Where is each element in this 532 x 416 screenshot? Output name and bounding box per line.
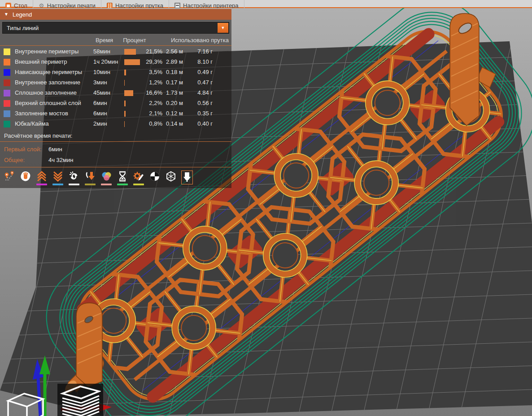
legend-column-headers: Время Процент Использовано прутка: [0, 36, 231, 45]
center-of-gravity-icon[interactable]: [149, 171, 161, 185]
tab-plater[interactable]: Стол: [0, 0, 33, 8]
percent-bar: [124, 80, 125, 86]
feature-percent: 29,3%: [138, 58, 162, 65]
percent-bar: [124, 49, 136, 55]
feature-time: 3мин: [93, 79, 107, 86]
preview-options-toolbar: [0, 167, 231, 188]
tool-changes-icon[interactable]: [84, 171, 96, 185]
deretractions-icon[interactable]: [52, 171, 64, 185]
feature-label: Верхний сплошной слой: [15, 100, 81, 106]
feature-weight: 4.84 г: [190, 89, 213, 96]
feature-weight: 8.10 г: [190, 58, 213, 65]
percent-bar: [124, 101, 126, 106]
printer-icon: [174, 3, 180, 9]
feature-length: 0.17 м: [166, 79, 183, 86]
feature-percent: 0,8%: [138, 120, 162, 127]
shells-icon[interactable]: [165, 171, 177, 185]
feature-length: 0.14 м: [166, 120, 183, 127]
retractions-icon[interactable]: [36, 171, 48, 185]
tab-printer-settings[interactable]: Настройки принтера: [169, 0, 244, 8]
dropdown-arrow-icon[interactable]: ▼: [218, 23, 228, 33]
feature-weight: 0.56 г: [190, 100, 213, 106]
feature-weight: 0.47 г: [190, 79, 213, 86]
feature-weight: 7.16 г: [190, 48, 213, 55]
pause-prints-icon[interactable]: [117, 171, 128, 185]
color-changes-icon[interactable]: [100, 171, 112, 185]
tool-marker-icon[interactable]: [181, 171, 193, 184]
legend-panel: ▼ Legend Типы линий ▼ Время Процент Испо…: [0, 9, 231, 188]
feature-label: Внутреннее заполнение: [15, 79, 80, 86]
tab-label: Настройки прутка: [115, 2, 163, 9]
feature-label: Внутренние периметры: [15, 48, 78, 55]
legend-table: Внутренние периметры 58мин 21,5% 2.56 м …: [0, 45, 231, 129]
feature-color-swatch: [4, 48, 10, 55]
feature-percent: 21,5%: [138, 48, 162, 55]
feature-percent: 2,1%: [138, 110, 162, 117]
view-type-dropdown[interactable]: Типы линий ▼: [2, 22, 229, 34]
feature-time: 6мин: [93, 110, 107, 117]
travels-icon[interactable]: [4, 171, 15, 185]
feature-time: 45мин: [93, 89, 110, 96]
first-layer-value: 6мин: [48, 146, 62, 153]
column-time: Время: [92, 37, 117, 44]
plater-icon: [5, 3, 11, 9]
feature-color-swatch: [4, 90, 10, 96]
tab-print-settings[interactable]: ⚙ Настройки печати: [33, 0, 101, 8]
legend-row: Нависающие периметры 10мин 3,5% 0.18 м 0…: [0, 67, 231, 78]
feature-color-swatch: [4, 121, 10, 127]
view-type-value: Типы линий: [7, 25, 39, 31]
tab-label: Настройки принтера: [183, 2, 239, 9]
view-layers-button[interactable]: [57, 384, 103, 416]
feature-label: Юбка/Кайма: [15, 120, 49, 127]
seams-icon[interactable]: [68, 171, 80, 185]
percent-bar: [124, 70, 126, 75]
cube-3d-icon: [4, 390, 47, 416]
view-3d-button[interactable]: [2, 390, 48, 416]
feature-label: Нависающие периметры: [15, 69, 82, 75]
filament-icon: [107, 3, 113, 9]
feature-color-swatch: [4, 110, 10, 117]
legend-row: Сплошное заполнение 45мин 16,6% 1.73 м 4…: [0, 88, 231, 98]
tab-label: Стол: [14, 2, 27, 9]
legend-row: Верхний сплошной слой 6мин 2,2% 0.20 м 0…: [0, 98, 231, 109]
feature-label: Внешний периметр: [15, 58, 67, 65]
feature-length: 0.20 м: [166, 100, 183, 106]
feature-length: 2.89 м: [166, 58, 183, 65]
feature-percent: 16,6%: [138, 89, 162, 96]
percent-bar: [124, 121, 125, 127]
tab-filament-settings[interactable]: Настройки прутка: [101, 0, 169, 8]
legend-row: Юбка/Кайма 2мин 0,8% 0.14 м 0.40 г: [0, 119, 231, 129]
percent-bar: [124, 111, 126, 117]
feature-weight: 0.49 г: [190, 69, 213, 75]
total-time-value: 4ч 32мин: [48, 157, 73, 163]
first-layer-row: Первый слой: 6мин: [0, 144, 231, 154]
collapse-triangle-icon: ▼: [4, 12, 9, 17]
feature-label: Сплошное заполнение: [15, 89, 77, 96]
feature-percent: 1,2%: [138, 79, 162, 86]
percent-bar: [124, 59, 140, 65]
feature-weight: 0.35 г: [190, 110, 213, 117]
feature-length: 2.56 м: [166, 48, 183, 55]
feature-length: 1.73 м: [166, 89, 183, 96]
legend-row: Внутреннее заполнение 3мин 1,2% 0.17 м 0…: [0, 78, 231, 88]
feature-time: 10мин: [93, 69, 110, 75]
legend-row: Заполнение мостов 6мин 2,1% 0.12 м 0.35 …: [0, 109, 231, 119]
layers-icon: [60, 384, 101, 416]
feature-length: 0.12 м: [166, 110, 183, 117]
feature-color-swatch: [4, 79, 10, 86]
feature-time: 6мин: [93, 100, 107, 106]
feature-percent: 2,2%: [138, 100, 162, 106]
feature-label: Заполнение мостов: [15, 110, 68, 117]
wipe-icon[interactable]: [20, 171, 31, 185]
legend-row: Внутренние периметры 58мин 21,5% 2.56 м …: [0, 47, 231, 57]
feature-time: 58мин: [93, 48, 110, 55]
estimated-time-title: Расчётное время печати:: [0, 129, 231, 141]
total-time-label: Общее:: [4, 157, 25, 163]
main-tab-bar: Стол ⚙ Настройки печати Настройки прутка…: [0, 0, 532, 8]
feature-color-swatch: [4, 59, 10, 66]
legend-collapse-header[interactable]: ▼ Legend: [0, 9, 231, 20]
percent-bar: [124, 90, 133, 96]
feature-time: 2мин: [93, 120, 107, 127]
custom-gcodes-icon[interactable]: [133, 171, 144, 185]
gear-icon: ⚙: [39, 3, 44, 9]
